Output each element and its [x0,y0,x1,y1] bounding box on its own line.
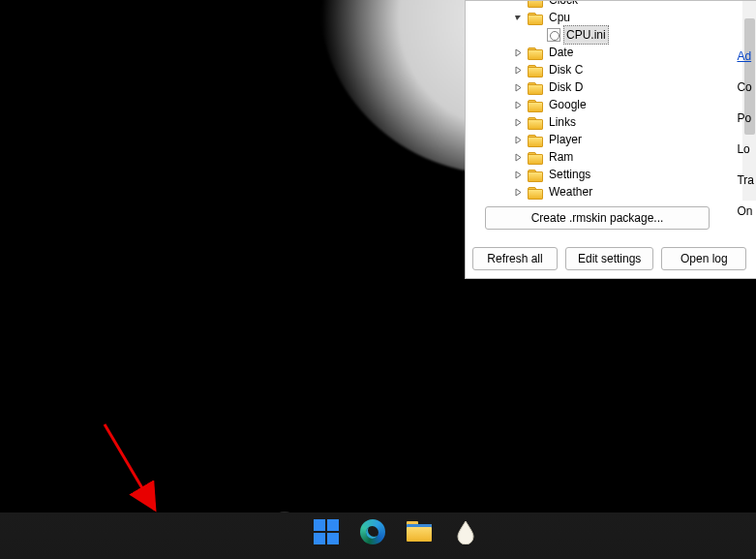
folder-icon [528,169,543,181]
active-skins-link[interactable]: Ad [737,41,754,72]
folder-icon [528,151,543,164]
ini-file-icon [547,28,560,42]
side-label: Po [737,103,754,134]
folder-icon [528,116,543,129]
tree-folder-item[interactable]: Disk C [485,61,756,78]
windows-icon [314,519,339,544]
tree-folder-item[interactable]: Clock [485,1,756,9]
raindrop-icon [455,519,476,544]
tree-item-label: Ram [547,148,575,166]
file-explorer-button[interactable] [405,517,434,546]
tree-item-label: CPU.ini [563,25,609,45]
tree-item-label: Player [547,131,584,148]
tree-folder-item[interactable]: Date [485,44,756,61]
tree-file-item[interactable]: CPU.ini [485,26,756,44]
tree-folder-item[interactable]: Disk D [485,78,756,96]
tree-item-label: Weather [547,183,594,201]
create-rmskin-button[interactable]: Create .rmskin package... [485,206,710,230]
svg-line-0 [105,424,155,510]
chevron-right-icon[interactable] [513,65,524,76]
dialog-right-labels: Ad Co Po Lo Tra On [737,41,754,227]
tree-folder-item[interactable]: Player [485,131,756,148]
chevron-right-icon[interactable] [513,135,524,145]
folder-icon [528,12,543,24]
tree-item-label: Date [547,44,575,61]
chevron-right-icon[interactable] [513,82,524,93]
tree-item-label: Links [547,113,578,131]
taskbar-center [312,517,480,546]
annotation-arrow [97,419,174,525]
folder-icon [528,47,543,59]
folder-icon [528,99,543,111]
folder-icon [407,521,432,543]
tree-item-label: Disk C [547,61,585,78]
tree-folder-item[interactable]: Links [485,113,756,131]
dialog-button-row: Refresh all Edit settings Open log [466,247,756,270]
chevron-right-icon[interactable] [513,47,524,58]
folder-icon [528,64,543,77]
folder-icon [528,134,543,146]
chevron-down-icon[interactable] [513,13,524,23]
edit-settings-button[interactable]: Edit settings [565,247,653,270]
chevron-right-icon[interactable] [513,152,524,163]
tree-item-label: Settings [547,166,592,183]
folder-icon [528,81,543,94]
chevron-right-icon[interactable] [513,170,524,180]
chevron-right-icon[interactable] [513,100,524,110]
refresh-all-button[interactable]: Refresh all [472,247,558,270]
chevron-right-icon[interactable] [513,117,524,128]
tree-item-label: Google [547,96,589,113]
tree-folder-item[interactable]: Settings [485,166,756,183]
tree-item-label: Cpu [547,9,572,26]
start-button[interactable] [312,517,341,546]
edge-icon [360,519,385,544]
tree-folder-item[interactable]: Google [485,96,756,113]
side-label: Tra [737,165,754,196]
tree-item-label: Disk D [547,78,585,96]
edge-button[interactable] [358,517,387,546]
side-label: Lo [737,134,754,165]
rainmeter-manage-dialog: ClockCpuCPU.iniDateDisk CDisk DGoogleLin… [465,0,756,279]
side-label: On [737,196,754,227]
tree-item-label: Clock [547,1,580,9]
rainmeter-button[interactable] [451,517,480,546]
skins-tree[interactable]: ClockCpuCPU.iniDateDisk CDisk DGoogleLin… [485,1,756,201]
folder-icon [528,186,543,199]
tree-folder-item[interactable]: Cpu [485,9,756,26]
folder-icon [528,1,543,7]
chevron-right-icon[interactable] [513,187,524,198]
taskbar [0,512,756,559]
tree-folder-item[interactable]: Ram [485,148,756,166]
side-label: Co [737,72,754,103]
open-log-button[interactable]: Open log [661,247,746,270]
tree-folder-item[interactable]: Weather [485,183,756,201]
